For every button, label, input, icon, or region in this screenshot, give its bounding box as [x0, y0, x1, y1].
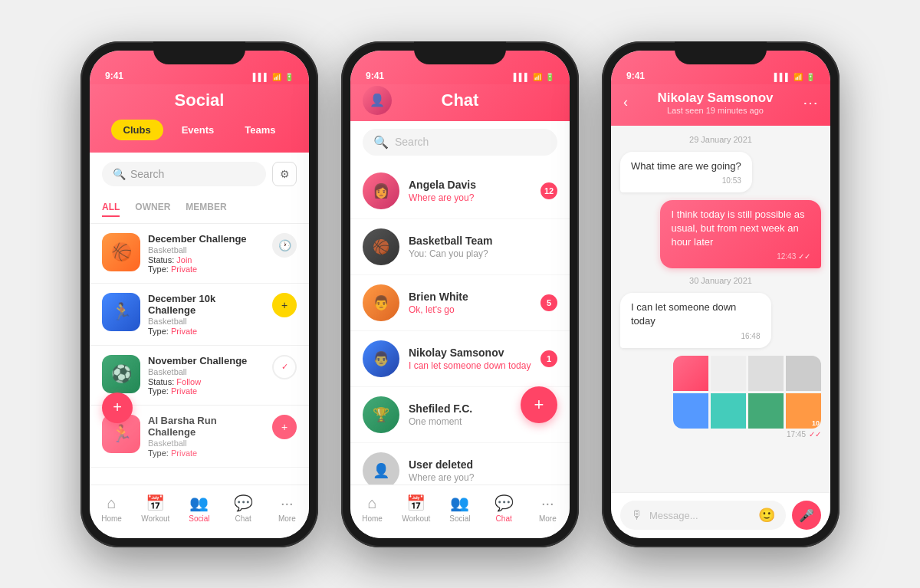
emoji-button[interactable]: 🙂 — [758, 507, 775, 524]
chat-info-bball: Basketball Team You: Can you play? — [409, 235, 557, 259]
club-search-row: 🔍 Search ⚙ — [90, 153, 309, 195]
message-placeholder: Message... — [649, 510, 698, 521]
photo-5 — [673, 393, 708, 429]
msg-text-received-1: What time are we going? — [631, 159, 741, 173]
photo-checkmarks: ✓✓ — [809, 430, 821, 439]
chat-item-angela[interactable]: 👩 Angela Davis Where are you? 12 — [350, 163, 570, 219]
chat-fab[interactable]: + — [521, 386, 557, 423]
home-icon-2: ⌂ — [368, 494, 377, 512]
social-icon: 👥 — [189, 494, 209, 512]
chat-search-placeholder: Search — [395, 136, 429, 148]
filter-member[interactable]: MEMBER — [186, 202, 226, 217]
notch-2 — [414, 41, 506, 64]
nav-social-2[interactable]: 👥 Social — [442, 494, 478, 523]
filter-all[interactable]: ALL — [102, 202, 120, 217]
chat-icon-1: 💬 — [234, 494, 253, 512]
nav-more-1[interactable]: ··· More — [268, 494, 305, 523]
chat-title: Chat — [442, 90, 479, 110]
club-sport-1: Basketball — [148, 245, 264, 255]
club-type-3: Type: Private — [148, 386, 264, 396]
chat-header: 👤 Chat — [350, 84, 570, 121]
chat-item-nikolay[interactable]: 👨 Nikolay Samsonov I can let someone dow… — [350, 331, 570, 387]
club-search-box[interactable]: 🔍 Search — [102, 162, 266, 186]
chat-preview-angela: Where are you? — [409, 192, 531, 203]
photo-6 — [711, 393, 746, 429]
club-item-2[interactable]: 🏃 December 10k Challenge Basketball Type… — [90, 284, 309, 346]
nav-workout-label-1: Workout — [141, 514, 169, 523]
club-action-2[interactable]: + — [272, 293, 297, 317]
nav-more-label-2: More — [539, 514, 557, 523]
more-options-button[interactable]: ⋯ — [803, 94, 818, 112]
mic-button[interactable]: 🎤 — [792, 501, 821, 530]
club-action-1[interactable]: 🕐 — [272, 233, 297, 258]
filter-icon[interactable]: ⚙ — [272, 162, 297, 186]
chat-name-bball: Basketball Team — [409, 235, 557, 247]
avatar-nikolay: 👨 — [363, 340, 399, 377]
nav-workout-2[interactable]: 📅 Workout — [398, 494, 435, 523]
chat-item-deleted[interactable]: 👤 User deleted Where are you? — [350, 443, 570, 485]
club-sport-3: Basketball — [148, 367, 264, 376]
msg-time-sent-1: 12:43 ✓✓ — [671, 252, 810, 261]
chat-detail-header: ‹ Nikolay Samsonov Last seen 19 minutes … — [611, 84, 830, 126]
nav-chat-1[interactable]: 💬 Chat — [225, 494, 261, 523]
avatar-shefield: 🏆 — [363, 396, 399, 433]
club-type-1: Type: Private — [148, 264, 264, 274]
club-name-3: November Challenge — [148, 355, 264, 366]
nav-social-1[interactable]: 👥 Social — [181, 494, 218, 523]
club-action-4[interactable]: + — [272, 415, 297, 439]
photo-1 — [673, 356, 708, 391]
club-name-4: Al Barsha Run Challenge — [148, 415, 264, 438]
chat-info-angela: Angela Davis Where are you? — [409, 179, 531, 203]
tab-events[interactable]: Events — [169, 120, 227, 140]
mic-small-icon: 🎙 — [631, 508, 643, 522]
more-icon-2: ··· — [541, 494, 554, 512]
chat-info-brien: Brien White Ok, let's go — [409, 291, 531, 315]
club-status-3: Status: Follow — [148, 377, 264, 386]
message-input-box[interactable]: 🎙 Message... 🙂 — [620, 501, 786, 530]
photo-grid-container: 10 17:45 ✓✓ — [673, 356, 821, 439]
home-icon: ⌂ — [107, 494, 117, 512]
chat-item-brien[interactable]: 👨 Brien White Ok, let's go 5 — [350, 275, 570, 331]
bottom-nav-1: ⌂ Home 📅 Workout 👥 Social 💬 Chat ··· — [90, 485, 309, 538]
club-info-4: Al Barsha Run Challenge Basketball Type:… — [148, 415, 264, 458]
avatar-bball: 🏀 — [363, 228, 399, 265]
social-header: Social Clubs Events Teams — [90, 84, 309, 153]
photo-3 — [748, 356, 784, 391]
nav-more-2[interactable]: ··· More — [529, 494, 566, 523]
tab-clubs[interactable]: Clubs — [111, 120, 163, 140]
tab-teams[interactable]: Teams — [232, 120, 288, 140]
club-avatar-1: 🏀 — [102, 233, 140, 271]
social-fab[interactable]: + — [102, 393, 133, 423]
workout-icon-2: 📅 — [406, 494, 426, 512]
nav-home-label-2: Home — [362, 514, 383, 523]
nav-more-label-1: More — [278, 514, 296, 523]
club-name-1: December Challenge — [148, 233, 264, 245]
chat-icon-2: 💬 — [495, 494, 514, 512]
club-item[interactable]: 🏀 December Challenge Basketball Status: … — [90, 224, 309, 284]
msg-text-sent-1: I think today is still possible as usual… — [671, 208, 810, 250]
phone-chat-list: 9:41 ▌▌▌📶🔋 👤 Chat 🔍 Search — [341, 41, 579, 547]
phone-chat-detail: 9:41 ▌▌▌📶🔋 ‹ Nikolay Samsonov Last seen … — [602, 41, 840, 547]
nav-chat-2[interactable]: 💬 Chat — [485, 494, 522, 523]
nav-workout-1[interactable]: 📅 Workout — [137, 494, 174, 523]
avatar-angela: 👩 — [363, 172, 399, 209]
back-button[interactable]: ‹ — [623, 94, 628, 110]
chat-name-nikolay: Nikolay Samsonov — [409, 347, 531, 359]
msg-time-received-2: 16:48 — [631, 332, 761, 340]
nav-home-2[interactable]: ⌂ Home — [354, 494, 391, 523]
filter-owner[interactable]: OWNER — [135, 202, 170, 217]
status-time-2: 9:41 — [366, 71, 384, 81]
msg-received-1: What time are we going? 10:53 — [620, 152, 752, 192]
club-type-2: Type: Private — [148, 327, 264, 336]
status-time-3: 9:41 — [626, 71, 645, 81]
photo-2 — [711, 356, 746, 391]
club-avatar-3: ⚽ — [102, 355, 140, 393]
club-type-4: Type: Private — [148, 448, 264, 458]
chat-item-bball[interactable]: 🏀 Basketball Team You: Can you play? — [350, 219, 570, 275]
messages-area: 29 January 2021 What time are we going? … — [611, 126, 830, 492]
chat-name-angela: Angela Davis — [409, 179, 531, 191]
nav-home-1[interactable]: ⌂ Home — [94, 494, 130, 523]
chat-search-bar[interactable]: 🔍 Search — [363, 129, 557, 156]
club-info-3: November Challenge Basketball Status: Fo… — [148, 355, 264, 396]
club-action-3[interactable]: ✓ — [272, 355, 297, 379]
